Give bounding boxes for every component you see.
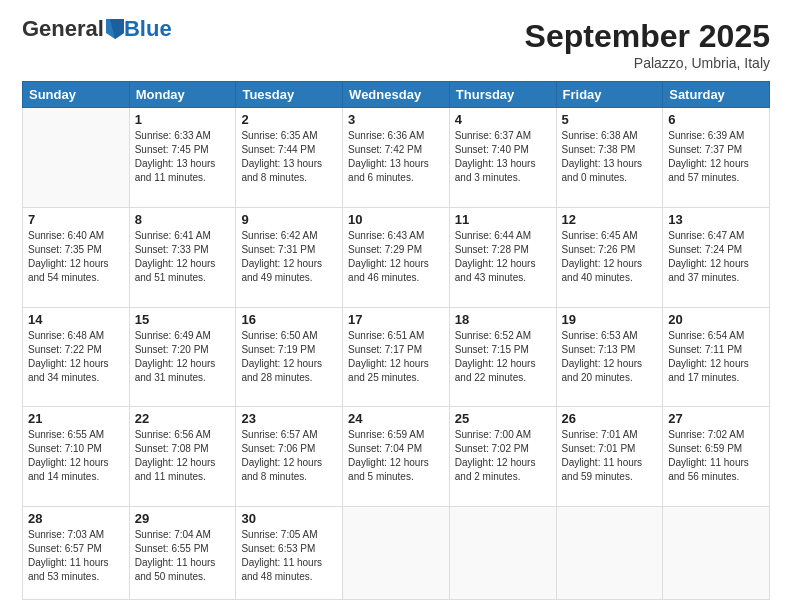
day-number: 15 (135, 312, 231, 327)
day-number: 4 (455, 112, 551, 127)
weekday-header-row: Sunday Monday Tuesday Wednesday Thursday… (23, 82, 770, 108)
table-row: 27Sunrise: 7:02 AM Sunset: 6:59 PM Dayli… (663, 407, 770, 507)
table-row: 15Sunrise: 6:49 AM Sunset: 7:20 PM Dayli… (129, 307, 236, 407)
day-number: 3 (348, 112, 444, 127)
table-row: 26Sunrise: 7:01 AM Sunset: 7:01 PM Dayli… (556, 407, 663, 507)
day-number: 6 (668, 112, 764, 127)
day-number: 7 (28, 212, 124, 227)
table-row: 12Sunrise: 6:45 AM Sunset: 7:26 PM Dayli… (556, 207, 663, 307)
day-info: Sunrise: 6:54 AM Sunset: 7:11 PM Dayligh… (668, 329, 764, 385)
table-row: 8Sunrise: 6:41 AM Sunset: 7:33 PM Daylig… (129, 207, 236, 307)
day-info: Sunrise: 6:51 AM Sunset: 7:17 PM Dayligh… (348, 329, 444, 385)
table-row: 5Sunrise: 6:38 AM Sunset: 7:38 PM Daylig… (556, 108, 663, 208)
table-row: 19Sunrise: 6:53 AM Sunset: 7:13 PM Dayli… (556, 307, 663, 407)
day-number: 28 (28, 511, 124, 526)
table-row: 10Sunrise: 6:43 AM Sunset: 7:29 PM Dayli… (343, 207, 450, 307)
table-row: 6Sunrise: 6:39 AM Sunset: 7:37 PM Daylig… (663, 108, 770, 208)
table-row: 3Sunrise: 6:36 AM Sunset: 7:42 PM Daylig… (343, 108, 450, 208)
day-info: Sunrise: 6:43 AM Sunset: 7:29 PM Dayligh… (348, 229, 444, 285)
day-number: 5 (562, 112, 658, 127)
day-number: 26 (562, 411, 658, 426)
table-row: 2Sunrise: 6:35 AM Sunset: 7:44 PM Daylig… (236, 108, 343, 208)
calendar-title: September 2025 (525, 18, 770, 55)
table-row: 16Sunrise: 6:50 AM Sunset: 7:19 PM Dayli… (236, 307, 343, 407)
day-number: 22 (135, 411, 231, 426)
day-info: Sunrise: 7:04 AM Sunset: 6:55 PM Dayligh… (135, 528, 231, 584)
table-row: 18Sunrise: 6:52 AM Sunset: 7:15 PM Dayli… (449, 307, 556, 407)
table-row (343, 507, 450, 600)
table-row: 7Sunrise: 6:40 AM Sunset: 7:35 PM Daylig… (23, 207, 130, 307)
day-number: 23 (241, 411, 337, 426)
day-info: Sunrise: 7:01 AM Sunset: 7:01 PM Dayligh… (562, 428, 658, 484)
day-info: Sunrise: 6:39 AM Sunset: 7:37 PM Dayligh… (668, 129, 764, 185)
header-thursday: Thursday (449, 82, 556, 108)
day-info: Sunrise: 6:40 AM Sunset: 7:35 PM Dayligh… (28, 229, 124, 285)
day-number: 19 (562, 312, 658, 327)
day-info: Sunrise: 6:50 AM Sunset: 7:19 PM Dayligh… (241, 329, 337, 385)
calendar-subtitle: Palazzo, Umbria, Italy (525, 55, 770, 71)
table-row: 24Sunrise: 6:59 AM Sunset: 7:04 PM Dayli… (343, 407, 450, 507)
day-info: Sunrise: 6:47 AM Sunset: 7:24 PM Dayligh… (668, 229, 764, 285)
day-info: Sunrise: 7:02 AM Sunset: 6:59 PM Dayligh… (668, 428, 764, 484)
header-tuesday: Tuesday (236, 82, 343, 108)
day-number: 24 (348, 411, 444, 426)
table-row (23, 108, 130, 208)
day-info: Sunrise: 6:57 AM Sunset: 7:06 PM Dayligh… (241, 428, 337, 484)
day-number: 11 (455, 212, 551, 227)
header-monday: Monday (129, 82, 236, 108)
day-info: Sunrise: 7:03 AM Sunset: 6:57 PM Dayligh… (28, 528, 124, 584)
table-row: 25Sunrise: 7:00 AM Sunset: 7:02 PM Dayli… (449, 407, 556, 507)
day-number: 10 (348, 212, 444, 227)
table-row: 1Sunrise: 6:33 AM Sunset: 7:45 PM Daylig… (129, 108, 236, 208)
day-info: Sunrise: 6:38 AM Sunset: 7:38 PM Dayligh… (562, 129, 658, 185)
day-info: Sunrise: 6:42 AM Sunset: 7:31 PM Dayligh… (241, 229, 337, 285)
table-row: 20Sunrise: 6:54 AM Sunset: 7:11 PM Dayli… (663, 307, 770, 407)
day-info: Sunrise: 6:48 AM Sunset: 7:22 PM Dayligh… (28, 329, 124, 385)
logo: General Blue (22, 18, 172, 40)
day-info: Sunrise: 6:41 AM Sunset: 7:33 PM Dayligh… (135, 229, 231, 285)
day-number: 29 (135, 511, 231, 526)
table-row: 17Sunrise: 6:51 AM Sunset: 7:17 PM Dayli… (343, 307, 450, 407)
day-info: Sunrise: 6:59 AM Sunset: 7:04 PM Dayligh… (348, 428, 444, 484)
day-info: Sunrise: 6:52 AM Sunset: 7:15 PM Dayligh… (455, 329, 551, 385)
calendar-table: Sunday Monday Tuesday Wednesday Thursday… (22, 81, 770, 600)
table-row: 14Sunrise: 6:48 AM Sunset: 7:22 PM Dayli… (23, 307, 130, 407)
day-info: Sunrise: 7:00 AM Sunset: 7:02 PM Dayligh… (455, 428, 551, 484)
table-row: 23Sunrise: 6:57 AM Sunset: 7:06 PM Dayli… (236, 407, 343, 507)
header: General Blue September 2025 Palazzo, Umb… (22, 18, 770, 71)
table-row: 28Sunrise: 7:03 AM Sunset: 6:57 PM Dayli… (23, 507, 130, 600)
day-info: Sunrise: 6:33 AM Sunset: 7:45 PM Dayligh… (135, 129, 231, 185)
day-info: Sunrise: 6:35 AM Sunset: 7:44 PM Dayligh… (241, 129, 337, 185)
logo-icon (106, 19, 124, 39)
table-row (663, 507, 770, 600)
day-number: 2 (241, 112, 337, 127)
day-info: Sunrise: 7:05 AM Sunset: 6:53 PM Dayligh… (241, 528, 337, 584)
day-info: Sunrise: 6:44 AM Sunset: 7:28 PM Dayligh… (455, 229, 551, 285)
day-info: Sunrise: 6:56 AM Sunset: 7:08 PM Dayligh… (135, 428, 231, 484)
day-info: Sunrise: 6:49 AM Sunset: 7:20 PM Dayligh… (135, 329, 231, 385)
header-sunday: Sunday (23, 82, 130, 108)
table-row: 13Sunrise: 6:47 AM Sunset: 7:24 PM Dayli… (663, 207, 770, 307)
table-row: 21Sunrise: 6:55 AM Sunset: 7:10 PM Dayli… (23, 407, 130, 507)
day-number: 18 (455, 312, 551, 327)
table-row: 9Sunrise: 6:42 AM Sunset: 7:31 PM Daylig… (236, 207, 343, 307)
day-number: 1 (135, 112, 231, 127)
day-number: 12 (562, 212, 658, 227)
logo-blue: Blue (124, 18, 172, 40)
table-row: 11Sunrise: 6:44 AM Sunset: 7:28 PM Dayli… (449, 207, 556, 307)
header-saturday: Saturday (663, 82, 770, 108)
table-row: 30Sunrise: 7:05 AM Sunset: 6:53 PM Dayli… (236, 507, 343, 600)
header-wednesday: Wednesday (343, 82, 450, 108)
day-number: 30 (241, 511, 337, 526)
day-number: 17 (348, 312, 444, 327)
day-number: 9 (241, 212, 337, 227)
day-number: 25 (455, 411, 551, 426)
day-number: 8 (135, 212, 231, 227)
day-number: 27 (668, 411, 764, 426)
day-number: 14 (28, 312, 124, 327)
day-number: 20 (668, 312, 764, 327)
day-info: Sunrise: 6:55 AM Sunset: 7:10 PM Dayligh… (28, 428, 124, 484)
day-info: Sunrise: 6:45 AM Sunset: 7:26 PM Dayligh… (562, 229, 658, 285)
day-number: 21 (28, 411, 124, 426)
day-number: 13 (668, 212, 764, 227)
